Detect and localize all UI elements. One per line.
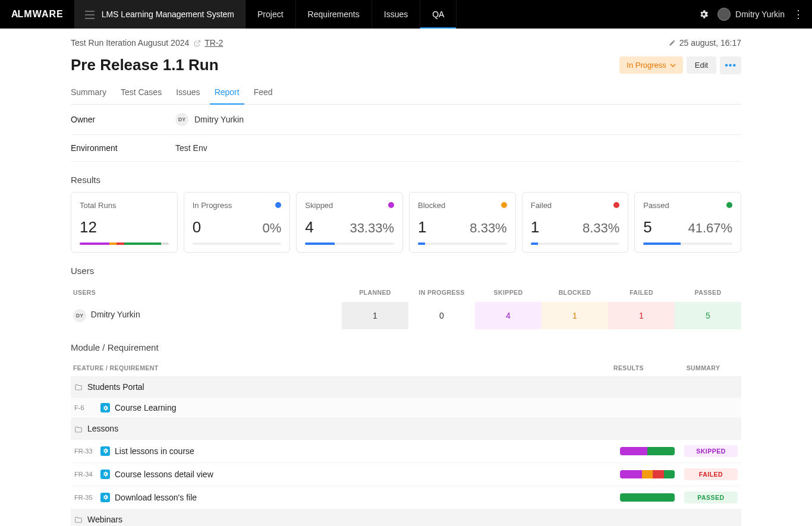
module-requirement-row[interactable]: FR-35 Download lesson's file PASSED	[71, 486, 741, 509]
blocked-cell: 1	[542, 302, 608, 329]
tabs: SummaryTest CasesIssuesReportFeed	[71, 81, 741, 105]
card-label: Total Runs	[80, 201, 169, 210]
feature-name: Course Learning	[115, 403, 738, 412]
owner-name: Dmitry Yurkin	[194, 115, 244, 124]
result-card-total: Total Runs 12	[71, 192, 178, 253]
requirement-name: Course lessons detail view	[115, 470, 620, 479]
summary-pill: PASSED	[684, 492, 738, 503]
card-progress-bar	[193, 242, 282, 245]
skipped-cell: 4	[475, 302, 542, 329]
card-progress-bar	[643, 242, 732, 245]
requirement-id: FR-34	[74, 471, 96, 478]
tab-summary[interactable]: Summary	[71, 81, 106, 104]
result-card-passed: Passed 5 41.67%	[634, 192, 741, 253]
breadcrumb-text: Test Run Iteration Augusut 2024	[71, 38, 189, 48]
settings-icon[interactable]	[698, 9, 709, 20]
users-col-header: USERS	[71, 283, 342, 302]
more-icon[interactable]: ⋮	[793, 8, 804, 21]
card-value: 4	[305, 218, 313, 237]
logo: ALMWARE	[0, 0, 74, 29]
users-col-header: FAILED	[608, 283, 675, 302]
card-progress-bar	[305, 242, 394, 245]
requirement-name: List lessons in course	[115, 446, 620, 456]
menu-icon	[85, 8, 95, 21]
status-dot-icon	[388, 202, 394, 208]
result-cards: Total Runs 12 In Progress 0 0% Skipped 4…	[71, 192, 741, 253]
nav-item-qa[interactable]: QA	[420, 0, 457, 29]
nav-item-requirements[interactable]: Requirements	[296, 0, 372, 29]
breadcrumb: Test Run Iteration Augusut 2024 TR-2 25 …	[71, 29, 741, 51]
result-card-blocked: Blocked 1 8.33%	[409, 192, 516, 253]
card-progress-bar	[418, 242, 507, 245]
module-requirement-row[interactable]: FR-34 Course lessons detail view FAILED	[71, 462, 741, 486]
card-progress-bar	[80, 242, 169, 245]
summary-pill: SKIPPED	[684, 445, 738, 457]
requirement-icon	[100, 470, 110, 479]
more-actions-button[interactable]: •••	[720, 56, 741, 74]
result-card-inprogress: In Progress 0 0%	[184, 192, 291, 253]
environment-label: Environment	[71, 143, 175, 153]
avatar: DY	[73, 309, 86, 322]
link-icon	[194, 39, 201, 47]
tab-feed[interactable]: Feed	[254, 81, 273, 104]
users-section-title: Users	[71, 253, 741, 283]
current-user-chip[interactable]: Dmitry Yurkin	[717, 8, 785, 21]
card-label: Blocked	[418, 201, 507, 210]
module-folder-row[interactable]: Webinars	[71, 509, 741, 526]
users-col-header: BLOCKED	[542, 283, 608, 302]
card-value: 1	[418, 218, 426, 237]
status-badge[interactable]: In Progress	[619, 56, 682, 74]
nav-item-issues[interactable]: Issues	[372, 0, 420, 29]
card-value: 1	[531, 218, 539, 237]
card-label: In Progress	[193, 201, 282, 210]
users-col-header: PLANNED	[342, 283, 408, 302]
folder-icon	[74, 382, 83, 392]
owner-label: Owner	[71, 115, 175, 124]
module-requirement-row[interactable]: FR-33 List lessons in course SKIPPED	[71, 439, 741, 462]
result-card-failed: Failed 1 8.33%	[522, 192, 629, 253]
users-col-header: IN PROGRESS	[408, 283, 475, 302]
card-label: Skipped	[305, 201, 394, 210]
card-percent: 8.33%	[583, 221, 619, 236]
current-user-name: Dmitry Yurkin	[735, 10, 785, 19]
folder-name: Webinars	[87, 515, 738, 524]
inprogress-cell: 0	[408, 302, 475, 329]
card-label: Failed	[531, 201, 620, 210]
users-table-row: DY Dmitry Yurkin 1 0 4 1 1 5	[71, 302, 741, 329]
users-col-header: SKIPPED	[475, 283, 542, 302]
results-bar	[620, 447, 675, 455]
breadcrumb-id-link[interactable]: TR-2	[204, 38, 223, 48]
card-value: 5	[643, 218, 652, 237]
module-folder-row[interactable]: Students Portal	[71, 376, 741, 397]
user-cell: DY Dmitry Yurkin	[71, 302, 342, 329]
tab-test-cases[interactable]: Test Cases	[121, 81, 162, 104]
card-percent: 8.33%	[470, 221, 506, 236]
results-bar	[620, 470, 675, 478]
summary-pill: FAILED	[684, 468, 738, 480]
avatar: DY	[175, 113, 188, 126]
tab-report[interactable]: Report	[215, 81, 240, 104]
planned-cell: 1	[342, 302, 408, 329]
environment-row: Environment Test Env	[71, 135, 741, 162]
requirement-id: FR-35	[74, 494, 96, 501]
card-label: Passed	[643, 201, 732, 210]
users-col-header: PASSED	[675, 283, 741, 302]
requirement-name: Download lesson's file	[115, 493, 620, 502]
folder-name: Students Portal	[87, 382, 738, 392]
card-value: 12	[80, 218, 97, 237]
nav-item-project[interactable]: Project	[246, 0, 296, 29]
module-table-body: Students PortalF-6Course LearningLessons…	[71, 376, 741, 526]
folder-name: Lessons	[87, 424, 738, 433]
project-selector[interactable]: LMS Learning Management System	[74, 0, 246, 29]
folder-icon	[74, 424, 83, 433]
module-feature-row[interactable]: F-6Course Learning	[71, 397, 741, 418]
tab-issues[interactable]: Issues	[176, 81, 200, 104]
status-dot-icon	[726, 202, 732, 208]
feature-id: F-6	[74, 404, 96, 411]
module-folder-row[interactable]: Lessons	[71, 418, 741, 439]
avatar-icon	[717, 8, 731, 21]
edit-button[interactable]: Edit	[687, 56, 716, 74]
requirement-id: FR-33	[74, 448, 96, 455]
project-selector-label: LMS Learning Management System	[102, 10, 234, 19]
pencil-icon	[669, 39, 676, 46]
